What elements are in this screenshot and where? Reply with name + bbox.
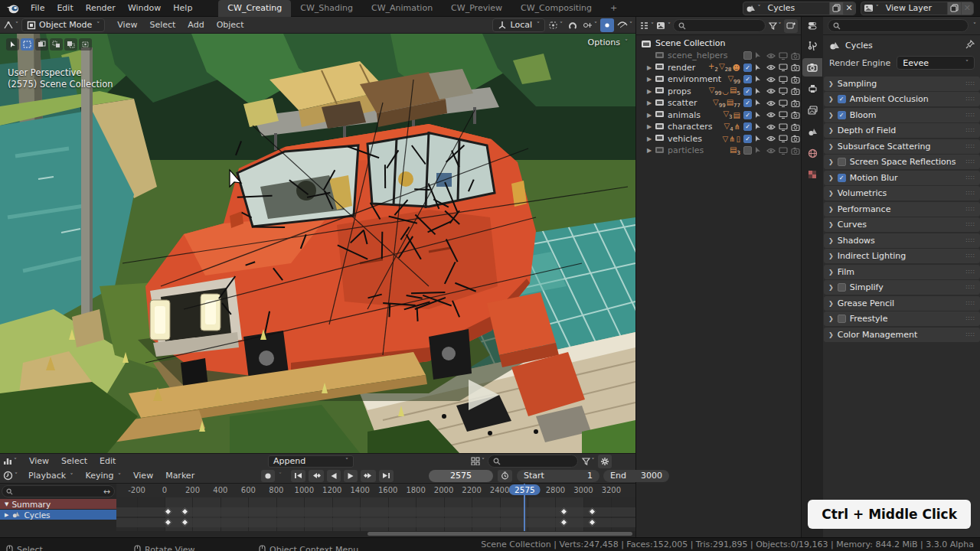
gear-icon[interactable] — [598, 455, 612, 468]
editor-type-timeline-icon[interactable]: ˅ — [3, 469, 18, 483]
panel-expand-icon[interactable]: ❯ — [828, 190, 834, 197]
expand-arrow-icon[interactable]: ▶ — [647, 123, 655, 130]
properties-tab-view-layer[interactable] — [802, 101, 822, 119]
proportional-editing-icon[interactable]: ˅ — [583, 18, 597, 32]
panel-checkbox[interactable]: ✓ — [838, 111, 846, 119]
outliner-search-input[interactable] — [673, 19, 766, 32]
expand-arrow-icon[interactable]: ▶ — [647, 135, 655, 142]
panel-simplify[interactable]: ❯Simplify∷∷ — [824, 280, 980, 295]
panel-checkbox[interactable]: ✓ — [838, 174, 846, 182]
panel-sampling[interactable]: ❯Sampling∷∷ — [824, 77, 980, 91]
outliner-item-characters[interactable]: ▶characters▽4⋔✓ — [636, 121, 801, 133]
select-mode-icon-3[interactable] — [64, 38, 77, 51]
workspace-tab-cw_preview[interactable]: CW_Preview — [442, 0, 511, 17]
expand-arrow-icon[interactable]: ▶ — [647, 147, 655, 154]
options-dropdown[interactable]: Options˅ — [588, 37, 628, 47]
select-mode-icon-1[interactable] — [35, 38, 48, 51]
scene-render[interactable] — [0, 34, 635, 453]
view-layer-selector[interactable]: ˅ View Layer ✕ — [861, 2, 974, 15]
asset-search-input[interactable] — [488, 455, 578, 468]
expand-arrow-icon[interactable]: ▶ — [647, 99, 655, 106]
panel-expand-icon[interactable]: ❯ — [828, 174, 834, 181]
outliner-item-render[interactable]: ▶render+2▽28☻✓ — [636, 62, 801, 74]
camera-icon[interactable] — [789, 144, 801, 158]
editor-type-outliner-icon[interactable]: ˅ — [639, 19, 654, 33]
display-mode-icon[interactable]: ˅ — [471, 455, 485, 468]
timeline-menu-keying[interactable]: Keying ˅ — [80, 468, 127, 483]
scene-name[interactable]: Cycles — [763, 3, 829, 13]
panel-ambient-occlusion[interactable]: ❯✓Ambient Occlusion∷∷ — [824, 92, 980, 106]
jump-to-end-button[interactable] — [379, 470, 394, 482]
panel-checkbox[interactable] — [838, 158, 846, 166]
auto-key-options-chevron[interactable]: ˅ — [279, 472, 282, 479]
panel-expand-icon[interactable]: ❯ — [828, 143, 834, 150]
editor-type-viewport-icon[interactable]: ˅ — [3, 18, 18, 32]
exclude-checkbox[interactable]: ✓ — [743, 99, 752, 107]
workspace-tab-cw_shading[interactable]: CW_Shading — [291, 0, 362, 17]
exclude-checkbox[interactable]: ✓ — [743, 64, 752, 72]
panel-expand-icon[interactable]: ❯ — [828, 253, 834, 259]
panel-expand-icon[interactable]: ❯ — [828, 221, 834, 228]
panel-curves[interactable]: ❯Curves∷∷ — [824, 217, 980, 232]
panel-grease-pencil[interactable]: ❯Grease Pencil∷∷ — [824, 296, 980, 311]
eye-icon[interactable] — [765, 144, 776, 158]
exclude-checkbox[interactable]: ✓ — [743, 135, 752, 143]
exclude-checkbox[interactable]: ✓ — [743, 87, 752, 96]
play-reverse-button[interactable] — [327, 470, 341, 482]
outliner-item-vehicles[interactable]: ▶vehicles▽⋔▯✓ — [636, 133, 801, 145]
panel-expand-icon[interactable]: ❯ — [828, 269, 834, 276]
auto-key-record-icon[interactable] — [261, 470, 275, 482]
panel-checkbox[interactable]: ✓ — [838, 95, 846, 103]
properties-tab-texture[interactable] — [802, 165, 822, 184]
topbar-menu-window[interactable]: Window — [122, 1, 167, 15]
panel-bloom[interactable]: ❯✓Bloom∷∷ — [824, 108, 980, 122]
new-collection-button[interactable] — [784, 19, 798, 33]
properties-tab-render[interactable] — [802, 58, 822, 77]
expand-arrow-icon[interactable]: ▶ — [647, 88, 655, 95]
outliner-item-environment[interactable]: ▶environment▽99✓ — [636, 73, 801, 86]
asset-menu-edit[interactable]: Edit — [93, 454, 122, 468]
topbar-menu-help[interactable]: Help — [167, 1, 198, 15]
current-frame-indicator[interactable]: 2575 — [509, 484, 541, 495]
panel-depth-of-field[interactable]: ❯Depth of Field∷∷ — [824, 123, 980, 138]
outliner-item-scene_helpers[interactable]: scene_helpers — [636, 50, 801, 62]
panel-expand-icon[interactable]: ❯ — [828, 284, 834, 291]
outliner-display-mode-icon[interactable]: ˅ — [656, 19, 671, 33]
viewport-menu-object[interactable]: Object — [211, 18, 250, 32]
snap-target-icon[interactable]: ˅ — [548, 18, 563, 32]
panel-expand-icon[interactable]: ❯ — [828, 112, 834, 119]
panel-expand-icon[interactable]: ❯ — [828, 237, 834, 244]
outliner-item-scatter[interactable]: ▶scatter▽99▤77✓ — [636, 97, 801, 109]
current-frame-field[interactable]: 2575 — [429, 470, 493, 482]
panel-expand-icon[interactable]: ❯ — [828, 315, 834, 322]
panel-performance[interactable]: ❯Performance∷∷ — [824, 202, 980, 217]
timeline-menu-view[interactable]: View — [127, 468, 159, 483]
editor-type-asset-icon[interactable]: ˅ — [3, 455, 17, 468]
panel-volumetrics[interactable]: ❯Volumetrics∷∷ — [824, 186, 980, 201]
panel-indirect-lighting[interactable]: ❯Indirect Lighting∷∷ — [824, 249, 980, 263]
timeline-menu-playback[interactable]: Playback ˅ — [22, 468, 80, 483]
select-box-icon[interactable] — [21, 38, 34, 51]
cursor-icon[interactable] — [753, 144, 764, 158]
properties-tab-world[interactable] — [802, 144, 822, 162]
panel-expand-icon[interactable]: ❯ — [828, 127, 834, 134]
panel-expand-icon[interactable]: ❯ — [828, 96, 834, 103]
view-layer-name[interactable]: View Layer — [881, 3, 947, 13]
properties-tab-scene[interactable] — [802, 122, 822, 141]
panel-expand-icon[interactable]: ❯ — [828, 300, 834, 307]
scene-selector[interactable]: ˅ Cycles ✕ — [743, 2, 856, 15]
panel-film[interactable]: ❯Film∷∷ — [824, 265, 980, 279]
exclude-checkbox[interactable] — [743, 51, 752, 60]
exclude-checkbox[interactable]: ✓ — [743, 122, 752, 131]
panel-subsurface-scattering[interactable]: ❯Subsurface Scattering∷∷ — [824, 139, 980, 154]
editor-type-properties-icon[interactable] — [805, 18, 819, 32]
panel-checkbox[interactable] — [838, 283, 846, 292]
scene-close-icon[interactable]: ✕ — [843, 2, 855, 15]
next-keyframe-button[interactable] — [361, 470, 376, 482]
workspace-tab-cw_compositing[interactable]: CW_Compositing — [511, 0, 601, 17]
monitor-icon[interactable] — [777, 144, 789, 158]
exclude-checkbox[interactable]: ✓ — [743, 111, 752, 119]
expand-arrow-icon[interactable]: ▶ — [647, 64, 655, 71]
timeline-menu-marker[interactable]: Marker — [159, 468, 201, 483]
use-preview-range-icon[interactable] — [498, 470, 512, 482]
